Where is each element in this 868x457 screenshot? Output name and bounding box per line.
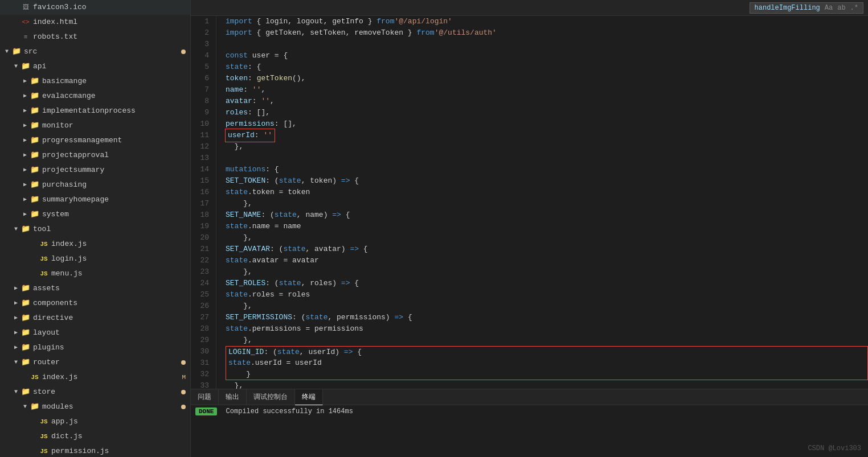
js-icon: JS	[39, 254, 49, 264]
line-number-26: 26	[195, 300, 209, 312]
js-icon: JS	[39, 446, 49, 456]
panel-tab-输出[interactable]: 输出	[219, 389, 247, 405]
sidebar-label: src	[24, 46, 181, 58]
code-line-12: },	[226, 141, 868, 153]
sidebar-item-evalaccmange[interactable]: ▶📁evalaccmange	[0, 89, 190, 104]
sidebar-label: directive	[33, 312, 190, 324]
sidebar-item-system[interactable]: ▶📁system	[0, 207, 190, 222]
code-line-11: userId: ''	[226, 130, 868, 141]
search-box[interactable]: handleImgFilling Aa ab .*	[750, 2, 863, 14]
search-option-aa[interactable]: Aa	[825, 4, 833, 12]
sidebar-item-projectapproval[interactable]: ▶📁projectapproval	[0, 148, 190, 163]
sidebar-item-login-js[interactable]: JSlogin.js	[0, 252, 190, 266]
line-number-23: 23	[195, 266, 209, 278]
line-number-25: 25	[195, 289, 209, 300]
folder-icon: 📁	[21, 328, 31, 338]
sidebar-item-index-html[interactable]: <>index.html	[0, 15, 190, 30]
line-number-18: 18	[195, 209, 209, 221]
sidebar-item-router[interactable]: ▼📁router	[0, 355, 190, 370]
src-icon: 📁	[11, 47, 22, 57]
code-line-28: state.permissions = permissions	[226, 323, 868, 335]
main-area: handleImgFilling Aa ab .* 12345678910111…	[191, 0, 868, 457]
folder-icon: 📁	[30, 180, 40, 190]
line-number-16: 16	[195, 187, 209, 198]
folder-icon: 📁	[30, 195, 40, 205]
html-icon: <>	[21, 17, 31, 27]
txt-icon: ≡	[21, 32, 31, 42]
code-line-26: },	[226, 300, 868, 312]
sidebar-item-app-js[interactable]: JSapp.js	[0, 414, 190, 429]
sidebar-item-basicmange[interactable]: ▶📁basicmange	[0, 74, 190, 89]
line-number-14: 14	[195, 164, 209, 175]
sidebar-item-monitor[interactable]: ▶📁monitor	[0, 118, 190, 133]
code-line-27: SET_PERMISSIONS: (state, permissions) =>…	[226, 312, 868, 323]
sidebar-item-api[interactable]: ▼📁api	[0, 59, 190, 74]
sidebar-label: summaryhomepage	[42, 193, 190, 206]
sidebar-label: purchasing	[42, 179, 190, 191]
folder-icon: 📁	[30, 76, 40, 87]
sidebar-item-favicon[interactable]: 🖼favicon3.ico	[0, 0, 190, 15]
sidebar-item-implementationprocess[interactable]: ▶📁implementationprocess	[0, 104, 190, 118]
sidebar-item-layout[interactable]: ▶📁layout	[0, 326, 190, 340]
top-bar: handleImgFilling Aa ab .*	[191, 0, 868, 16]
line-number-28: 28	[195, 323, 209, 335]
sidebar-item-directive[interactable]: ▶📁directive	[0, 311, 190, 326]
code-line-24: SET_ROLES: (state, roles) => {	[226, 278, 868, 289]
sidebar-item-summaryhomepage[interactable]: ▶📁summaryhomepage	[0, 192, 190, 207]
line-number-7: 7	[195, 84, 209, 96]
sidebar-item-menu-js[interactable]: JSmenu.js	[0, 266, 190, 281]
line-number-8: 8	[195, 96, 209, 107]
editor-area: 1234567891011121314151617181920212223242…	[191, 16, 868, 389]
code-line-9: roles: [],	[226, 107, 868, 118]
js-icon: JS	[39, 431, 49, 442]
terminal-text: Compiled successfully in 1464ms	[226, 407, 353, 415]
sidebar-label: modules	[42, 401, 181, 413]
sidebar-item-purchasing[interactable]: ▶📁purchasing	[0, 178, 190, 192]
line-number-27: 27	[195, 312, 209, 323]
folder-icon: 📁	[21, 298, 31, 308]
line-number-13: 13	[195, 153, 209, 164]
modified-dot	[181, 405, 186, 409]
sidebar-item-index-js-router[interactable]: JSindex.jsM	[0, 370, 190, 385]
sidebar-item-store[interactable]: ▼📁store	[0, 385, 190, 400]
modified-dot	[181, 50, 186, 54]
sidebar-label: router	[33, 356, 181, 369]
sidebar-item-robots[interactable]: ≡robots.txt	[0, 30, 190, 44]
sidebar-item-assets[interactable]: ▶📁assets	[0, 281, 190, 296]
router-icon: 📁	[21, 357, 31, 368]
search-option-ab[interactable]: ab	[837, 4, 845, 12]
sidebar-item-permission-js[interactable]: JSpermission.js	[0, 444, 190, 457]
code-line-7: name: '',	[226, 84, 868, 96]
sidebar-item-dict-js[interactable]: JSdict.js	[0, 429, 190, 444]
bottom-panel: 问题输出调试控制台终端 DONE Compiled successfully i…	[191, 389, 868, 457]
sidebar-label: system	[42, 208, 190, 221]
folder-icon: 📁	[30, 402, 40, 412]
sidebar-item-index-js-api[interactable]: JSindex.js	[0, 237, 190, 252]
sidebar-label: favicon3.ico	[33, 1, 190, 14]
sidebar-label: robots.txt	[33, 31, 190, 43]
line-number-31: 31	[195, 357, 209, 369]
line-number-32: 32	[195, 369, 209, 380]
code-line-4: const user = {	[226, 50, 868, 61]
search-option-regex[interactable]: .*	[850, 4, 858, 12]
panel-tab-问题[interactable]: 问题	[191, 389, 219, 405]
sidebar-item-projectsummary[interactable]: ▶📁projectsummary	[0, 163, 190, 178]
sidebar-item-plugins[interactable]: ▶📁plugins	[0, 340, 190, 355]
line-number-11: 11	[195, 130, 209, 141]
sidebar-item-progressmanagement[interactable]: ▶📁progressmanagement	[0, 133, 190, 148]
sidebar-label: layout	[33, 327, 190, 339]
code-content: import { login, logout, getInfo } from '…	[216, 16, 868, 389]
code-line-8: avatar: '',	[226, 96, 868, 107]
sidebar-item-tool[interactable]: ▼📁tool	[0, 222, 190, 237]
done-badge: DONE	[195, 407, 217, 415]
line-number-21: 21	[195, 244, 209, 255]
panel-tab-终端[interactable]: 终端	[295, 389, 323, 405]
code-container[interactable]: 1234567891011121314151617181920212223242…	[191, 16, 868, 389]
code-line-15: SET_TOKEN: (state, token) => {	[226, 175, 868, 187]
sidebar-item-src[interactable]: ▼📁src	[0, 44, 190, 59]
sidebar-label: index.html	[33, 16, 190, 28]
sidebar-item-components[interactable]: ▶📁components	[0, 296, 190, 311]
panel-tab-调试控制台[interactable]: 调试控制台	[247, 389, 295, 405]
line-number-15: 15	[195, 175, 209, 187]
sidebar-item-modules[interactable]: ▼📁modules	[0, 400, 190, 414]
